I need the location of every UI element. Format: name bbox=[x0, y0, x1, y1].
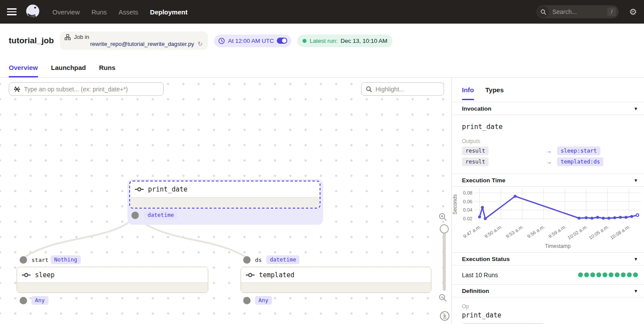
execution-status-title: Execution Status bbox=[462, 256, 510, 262]
dagster-logo-icon[interactable] bbox=[24, 3, 41, 20]
global-search[interactable]: / bbox=[537, 5, 619, 18]
svg-text:10:05 a.m.: 10:05 a.m. bbox=[588, 224, 610, 240]
zoom-out-icon[interactable] bbox=[439, 294, 447, 302]
chevron-down-icon: ▾ bbox=[634, 106, 637, 111]
page-header: tutorial_job Job in rewrite_repo@tutoria… bbox=[0, 24, 644, 58]
section-header-invocation[interactable]: Invocation ▾ bbox=[452, 102, 644, 115]
job-in-label: Job in bbox=[74, 34, 89, 40]
sleep-input-type-badge[interactable]: Nothing bbox=[51, 255, 81, 264]
templated-input-port bbox=[243, 256, 251, 264]
node-templated-name: templated bbox=[259, 271, 294, 279]
svg-text:9:53 a.m.: 9:53 a.m. bbox=[505, 224, 524, 239]
print-date-output-port bbox=[131, 212, 139, 219]
search-icon bbox=[366, 86, 372, 92]
node-sleep[interactable]: sleep bbox=[17, 267, 208, 293]
node-print-date-body bbox=[130, 197, 320, 208]
schedule-label: At 12:00 AM UTC bbox=[228, 38, 274, 44]
schedule-toggle[interactable] bbox=[277, 38, 287, 44]
execution-time-chart: 0.020.040.060.089:47 a.m.9:50 a.m.9:53 a… bbox=[452, 187, 644, 252]
tab-runs[interactable]: Runs bbox=[99, 58, 116, 77]
invocation-title: Invocation bbox=[462, 105, 492, 112]
tab-launchpad[interactable]: Launchpad bbox=[51, 58, 86, 77]
repo-link[interactable]: rewrite_repo@tutorial_rewrite_dagster.py bbox=[90, 41, 194, 47]
output-target-badge[interactable]: templated:ds bbox=[557, 157, 603, 166]
run-status-dot[interactable] bbox=[615, 272, 620, 278]
sidebar-tab-types[interactable]: Types bbox=[486, 78, 504, 102]
op-label: Op bbox=[462, 303, 634, 310]
chevron-down-icon: ▾ bbox=[634, 256, 637, 262]
arrow-right-icon: → bbox=[546, 158, 557, 165]
nav-links: Overview Runs Assets Deployment bbox=[52, 8, 187, 16]
run-status-dot[interactable] bbox=[596, 272, 602, 278]
section-header-execution-status[interactable]: Execution Status ▾ bbox=[452, 252, 644, 265]
svg-text:9:47 a.m.: 9:47 a.m. bbox=[462, 224, 482, 239]
sleep-input-name: start bbox=[31, 257, 48, 263]
search-input[interactable] bbox=[549, 8, 607, 15]
templated-output-type-badge[interactable]: Any bbox=[255, 296, 272, 305]
definition-content: Op print_date bbox=[452, 297, 644, 324]
job-graph-icon bbox=[65, 34, 71, 40]
run-status-dot[interactable] bbox=[633, 272, 638, 278]
run-status-dot[interactable] bbox=[621, 272, 626, 278]
job-location-badge: Job in rewrite_repo@tutorial_rewrite_dag… bbox=[60, 31, 208, 50]
run-status-dot[interactable] bbox=[584, 272, 589, 278]
sidebar-tabs: Info Types bbox=[452, 78, 644, 102]
run-status-dot[interactable] bbox=[609, 272, 614, 278]
settings-gear-icon[interactable]: ⚙ bbox=[629, 7, 637, 16]
sleep-output-type-badge[interactable]: Any bbox=[31, 296, 48, 305]
tab-overview[interactable]: Overview bbox=[9, 58, 38, 77]
node-print-date-selection[interactable]: print_date datetime bbox=[127, 179, 323, 225]
op-subset-filter[interactable] bbox=[9, 82, 164, 96]
templated-input-name: ds bbox=[255, 257, 262, 263]
chevron-down-icon: ▾ bbox=[634, 178, 637, 183]
section-header-execution-time[interactable]: Execution Time ▾ bbox=[452, 174, 644, 187]
run-success-dot-icon bbox=[303, 39, 307, 43]
definition-op-name: print_date bbox=[462, 311, 634, 319]
run-status-dot[interactable] bbox=[578, 272, 583, 278]
refresh-icon[interactable]: ↻ bbox=[197, 40, 203, 47]
latest-run-badge[interactable]: Latest run: Dec 13, 10:10 AM bbox=[297, 35, 393, 47]
op-icon bbox=[246, 272, 255, 278]
invocation-content: print_date Outputs result → sleep:start … bbox=[452, 115, 644, 174]
svg-text:0.06: 0.06 bbox=[463, 199, 472, 204]
search-shortcut-badge: / bbox=[607, 7, 616, 16]
node-templated[interactable]: templated bbox=[241, 267, 431, 293]
zoom-slider-knob[interactable] bbox=[440, 224, 449, 233]
node-sleep-name: sleep bbox=[35, 271, 55, 279]
svg-text:0.08: 0.08 bbox=[463, 190, 472, 195]
sidebar-tab-info[interactable]: Info bbox=[462, 78, 474, 102]
run-status-dot[interactable] bbox=[590, 272, 596, 278]
svg-text:9:56 a.m.: 9:56 a.m. bbox=[526, 224, 546, 239]
op-graph-canvas[interactable]: print_date datetime start Nothing sleep … bbox=[0, 78, 452, 324]
templated-input-type-badge[interactable]: datetime bbox=[266, 255, 300, 264]
nav-link-deployment[interactable]: Deployment bbox=[150, 8, 188, 16]
nav-link-assets[interactable]: Assets bbox=[119, 8, 138, 16]
highlight-filter[interactable] bbox=[361, 82, 444, 96]
schedule-badge[interactable]: At 12:00 AM UTC bbox=[214, 35, 291, 47]
search-icon bbox=[537, 6, 549, 17]
output-target-badge[interactable]: sleep:start bbox=[557, 146, 600, 155]
print-date-output-type-badge[interactable]: datetime bbox=[144, 211, 177, 219]
run-status-dot[interactable] bbox=[603, 272, 608, 278]
nav-link-runs[interactable]: Runs bbox=[92, 8, 107, 16]
highlight-input[interactable] bbox=[375, 86, 439, 93]
svg-text:9:59 a.m.: 9:59 a.m. bbox=[548, 224, 567, 239]
svg-text:Seconds: Seconds bbox=[452, 194, 458, 215]
chevron-down-icon: ▾ bbox=[634, 288, 637, 294]
menu-icon[interactable] bbox=[7, 7, 18, 16]
node-print-date-name: print_date bbox=[148, 185, 187, 193]
nav-link-overview[interactable]: Overview bbox=[52, 8, 80, 16]
zoom-in-icon[interactable] bbox=[439, 213, 447, 221]
node-sleep-body bbox=[17, 282, 208, 293]
node-print-date[interactable]: print_date bbox=[129, 181, 320, 209]
section-header-definition[interactable]: Definition ▾ bbox=[452, 284, 644, 297]
output-row: result → templated:ds bbox=[462, 157, 634, 166]
sleep-output-port bbox=[20, 297, 27, 304]
op-selector-icon bbox=[14, 86, 21, 93]
zoom-slider-track[interactable] bbox=[443, 224, 446, 291]
invocation-op-name: print_date bbox=[462, 123, 634, 131]
run-status-dot[interactable] bbox=[627, 272, 632, 278]
op-icon bbox=[22, 272, 31, 278]
fit-view-icon[interactable] bbox=[440, 311, 450, 321]
op-subset-input[interactable] bbox=[24, 86, 159, 93]
